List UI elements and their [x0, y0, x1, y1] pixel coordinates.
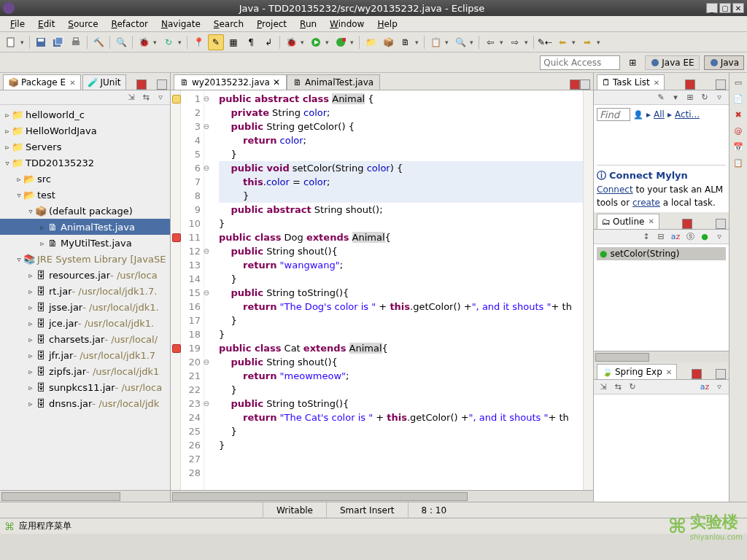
maximize-view-icon[interactable] [716, 219, 726, 229]
perspective-javaee[interactable]: Java EE [645, 55, 699, 70]
open-type-icon[interactable]: 🔍 [113, 34, 129, 50]
collapse-all-icon[interactable]: ⇲ [126, 93, 136, 103]
task-find-input[interactable] [597, 108, 630, 121]
tree-node[interactable]: ▹📁Servers [0, 139, 170, 155]
debug-last-icon[interactable]: 🐞 [136, 34, 152, 50]
quick-access-input[interactable] [540, 55, 620, 70]
menu-window[interactable]: Window [324, 18, 370, 31]
editor-tab-main[interactable]: 🗎 wy20135232.java ✕ [174, 74, 287, 90]
tree-node[interactable]: ▹📂src [0, 171, 170, 187]
tree-node[interactable]: ▿📚JRE System Library [JavaSE [0, 251, 170, 267]
view-menu-icon[interactable]: ▿ [714, 93, 724, 103]
task-activate-link[interactable]: Acti... [675, 109, 700, 120]
coverage-icon[interactable] [333, 34, 349, 50]
new-dropdown[interactable]: ▾ [20, 39, 26, 46]
tree-node[interactable]: ▹🗎AnimalTest.java [0, 219, 170, 235]
word-wrap-icon[interactable]: ↲ [260, 34, 276, 50]
refresh-icon[interactable]: ↻ [627, 382, 638, 392]
menu-navigate[interactable]: Navigate [155, 18, 206, 31]
tab-package-explorer[interactable]: 📦 Package E ✕ [3, 74, 81, 90]
save-all-icon[interactable] [50, 34, 66, 50]
sort-icon[interactable]: ↕ [641, 231, 651, 241]
task-all-link[interactable]: All [654, 109, 665, 120]
view-menu-icon[interactable]: ▿ [714, 231, 724, 241]
clipboard-icon[interactable]: 📋 [733, 158, 743, 168]
close-button[interactable]: ✕ [732, 3, 744, 13]
menu-source[interactable]: Source [62, 18, 104, 31]
collapse-all-icon[interactable]: ⇲ [598, 382, 608, 392]
build-icon[interactable]: 🔨 [90, 34, 107, 50]
hide-fields-icon[interactable]: ⊟ [656, 231, 666, 241]
new-task-icon[interactable]: ✎ [656, 93, 666, 103]
close-icon[interactable]: ✕ [654, 79, 659, 87]
minimize-editor-icon[interactable] [570, 79, 580, 90]
az-icon[interactable]: az [700, 382, 710, 392]
new-icon[interactable] [3, 34, 19, 50]
tree-hscroll[interactable] [0, 490, 170, 502]
code-editor[interactable]: 1234567891011121314151617181920212223242… [171, 90, 593, 490]
cheatsheet-icon[interactable]: 📄 [733, 93, 743, 104]
tab-spring-explorer[interactable]: 🍃 Spring Exp ✕ [597, 364, 677, 379]
hide-nonpublic-icon[interactable]: ● [700, 231, 710, 241]
view-menu-icon[interactable]: ▿ [155, 93, 166, 103]
tree-node[interactable]: ▹🗄charsets.jar - /usr/local/ [0, 331, 170, 347]
print-icon[interactable] [68, 34, 84, 50]
maximize-editor-icon[interactable] [580, 79, 590, 90]
menu-refactor[interactable]: Refactor [106, 18, 154, 31]
perspective-java[interactable]: Java [704, 55, 744, 70]
forward-icon[interactable]: ➡ [579, 34, 595, 50]
block-sel-icon[interactable]: ▦ [225, 34, 241, 50]
last-edit-icon[interactable]: ✎⇠ [537, 34, 553, 50]
new-package-icon[interactable]: 📦 [380, 34, 396, 50]
menu-run[interactable]: Run [294, 18, 322, 31]
prev-annotation-icon[interactable]: ⇦ [482, 34, 498, 50]
minimize-view-icon[interactable] [136, 79, 147, 90]
editor-hscroll[interactable] [171, 490, 593, 502]
link-editor-icon[interactable]: ⇆ [141, 93, 151, 103]
code-area[interactable]: public abstract class Animal { private S… [214, 90, 583, 490]
show-whitespace-icon[interactable]: ¶ [243, 34, 259, 50]
tree-node[interactable]: ▹🗎MyUtilTest.java [0, 235, 170, 251]
tree-node[interactable]: ▿📁TDD20135232 [0, 155, 170, 171]
debug-icon[interactable]: 🐞 [283, 34, 299, 50]
edit-highlight-icon[interactable]: ✎ [208, 34, 224, 50]
maximize-view-icon[interactable] [157, 79, 167, 90]
filter-icon[interactable]: 👤 [633, 109, 643, 120]
toggle-mark-icon[interactable]: 📍 [190, 34, 206, 50]
open-task-icon[interactable]: 📋 [427, 34, 444, 50]
tab-outline[interactable]: 🗂 Outline ✕ [597, 214, 659, 229]
categorize-icon[interactable]: ⊞ [685, 93, 695, 103]
close-icon[interactable]: ✕ [273, 77, 280, 88]
tree-node[interactable]: ▹🗄jce.jar - /usr/local/jdk1. [0, 315, 170, 331]
menu-edit[interactable]: Edit [32, 18, 61, 31]
mylyn-create-link[interactable]: create [632, 198, 660, 208]
tab-junit[interactable]: 🧪 JUnit [82, 74, 126, 90]
tree-node[interactable]: ▿📦(default package) [0, 203, 170, 219]
maximize-button[interactable]: ▢ [719, 3, 731, 13]
open-perspective-icon[interactable]: ⊞ [624, 55, 640, 71]
editor-tab-animaltest[interactable]: 🗎 AnimalTest.java [287, 74, 380, 90]
close-icon[interactable]: ✕ [69, 79, 75, 87]
close-icon[interactable]: ✕ [648, 217, 654, 225]
at-icon[interactable]: @ [733, 125, 743, 136]
refresh-icon[interactable]: ↻ [160, 34, 177, 50]
minimize-button[interactable]: _ [706, 3, 718, 13]
line-gutter[interactable]: 1234567891011121314151617181920212223242… [181, 90, 204, 490]
tree-node[interactable]: ▹📁helloworld_c [0, 106, 170, 122]
link-editor-icon[interactable]: ⇆ [613, 382, 623, 392]
menu-project[interactable]: Project [251, 18, 293, 31]
tree-node[interactable]: ▹🗄jfr.jar - /usr/local/jdk1.7 [0, 347, 170, 363]
tree-node[interactable]: ▹🗄jsse.jar - /usr/local/jdk1. [0, 299, 170, 315]
help-icon[interactable]: ✖ [733, 109, 743, 120]
outline-hscroll[interactable] [594, 351, 729, 362]
package-explorer-tree[interactable]: ▹📁helloworld_c▹📁HelloWorldJava▹📁Servers▿… [0, 105, 170, 490]
tree-node[interactable]: ▹🗄zipfs.jar - /usr/local/jdk1 [0, 363, 170, 379]
tree-node[interactable]: ▹🗄resources.jar - /usr/loca [0, 267, 170, 283]
menu-file[interactable]: File [4, 18, 31, 31]
app-menu-label[interactable]: 应用程序菜单 [19, 520, 71, 532]
tree-node[interactable]: ▿📂test [0, 187, 170, 203]
search-icon[interactable]: 🔍 [452, 34, 468, 50]
az-icon[interactable]: az [670, 231, 681, 241]
back-icon[interactable]: ⬅ [554, 34, 570, 50]
new-class-icon[interactable]: 🗎 [398, 34, 414, 50]
